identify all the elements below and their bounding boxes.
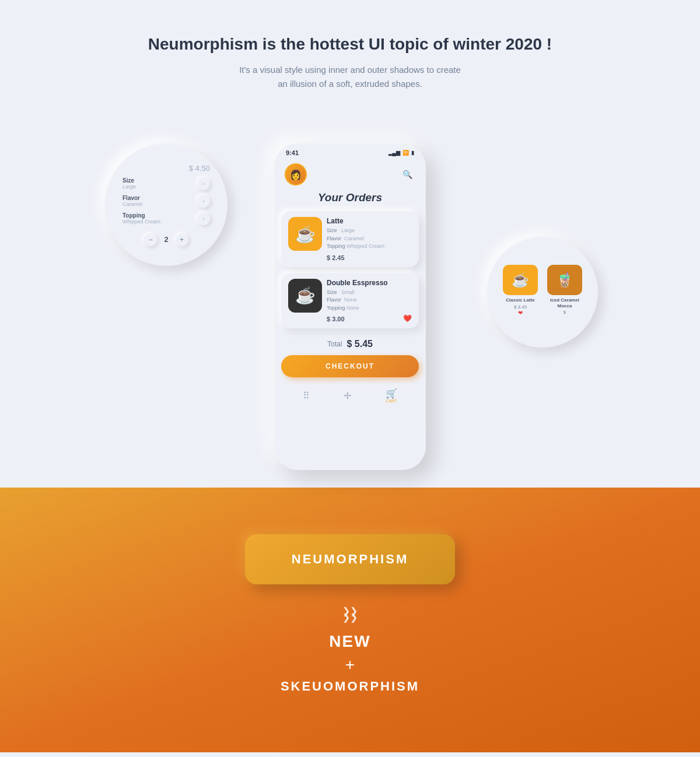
- avatar[interactable]: 👩: [285, 163, 307, 185]
- quantity-increase[interactable]: +: [176, 233, 188, 246]
- nav-home-icon[interactable]: ⠿: [303, 390, 310, 401]
- bottom-icons: ❯❯❯❯ NEW + SKEUOMORPHISM: [281, 608, 419, 694]
- classic-latte-item: ☕ Classic Latte $ 3.45 ❤: [501, 265, 540, 316]
- size-arrow[interactable]: ›: [197, 177, 210, 190]
- bottom-section: NEUMORPHISM ❯❯❯❯ NEW + SKEUOMORPHISM: [0, 488, 700, 752]
- topping-label: Topping: [123, 212, 160, 219]
- orders-title: Your Orders: [274, 191, 426, 204]
- classic-latte-img: ☕: [503, 265, 538, 295]
- bubble-items: ☕ Classic Latte $ 3.45 ❤ 🧋 Iced Caramel …: [501, 265, 584, 316]
- bubble-price: $ 4.50: [189, 164, 210, 173]
- status-time: 9:41: [286, 149, 299, 156]
- iced-caramel-price: $: [564, 310, 566, 315]
- iced-caramel-item: 🧋 Iced Caramel Mocca $: [545, 265, 584, 316]
- latte-image: ☕: [288, 217, 322, 251]
- battery-icon: ▮: [411, 150, 414, 156]
- neumorphism-button[interactable]: NEUMORPHISM: [245, 534, 455, 584]
- chevrons-icon: ❯❯❯❯: [342, 608, 358, 621]
- nav-add-icon[interactable]: ✛: [344, 390, 351, 401]
- flavor-label: Flavor: [123, 195, 142, 201]
- espresso-specs: Size Small Flavor None Topping None: [327, 289, 398, 313]
- espresso-name: Double Esspresso: [327, 279, 398, 287]
- heart-icon[interactable]: ❤️: [403, 314, 412, 323]
- wifi-icon: 🛜: [402, 150, 409, 156]
- latte-price: $ 2.45: [327, 254, 412, 261]
- nav-cart-item[interactable]: 🛒 CART: [386, 388, 397, 403]
- nav-cart-label: CART: [386, 399, 397, 403]
- new-label: NEW: [329, 632, 370, 651]
- total-row: Total $ 5.45: [274, 334, 426, 353]
- iced-caramel-name: Iced Caramel Mocca: [545, 297, 584, 309]
- espresso-price: $ 3.00: [327, 316, 398, 323]
- espresso-image: ☕: [288, 279, 322, 313]
- total-amount: $ 5.45: [346, 339, 372, 349]
- nav-cart-icon: 🛒: [386, 388, 397, 399]
- quantity-row: − 2 +: [144, 233, 188, 246]
- search-icon[interactable]: 🔍: [399, 166, 415, 183]
- latte-details: Latte Size Large Flavor Caramel Topping …: [327, 217, 412, 261]
- subtitle: It's a visual style using inner and oute…: [12, 63, 688, 91]
- status-bar: 9:41 ▂▄▆ 🛜 ▮: [274, 143, 426, 160]
- flavor-value: Caramel: [123, 201, 142, 207]
- skeuomorphism-label: SKEUOMORPHISM: [281, 679, 419, 694]
- size-value: Large: [123, 184, 136, 190]
- topping-arrow[interactable]: ›: [197, 212, 210, 225]
- classic-latte-name: Classic Latte: [506, 297, 534, 303]
- classic-latte-price: $ 3.45: [514, 304, 527, 310]
- checkout-button[interactable]: CHECKOUT: [281, 355, 419, 377]
- topping-value: Whipped Cream: [123, 219, 160, 225]
- total-label: Total: [327, 340, 342, 348]
- quantity-value: 2: [164, 235, 168, 244]
- main-title: Neumorphism is the hottest UI topic of w…: [12, 35, 688, 54]
- classic-latte-heart[interactable]: ❤: [518, 310, 523, 316]
- iced-caramel-img: 🧋: [547, 265, 582, 295]
- latte-name: Latte: [327, 217, 412, 225]
- right-bubble: ☕ Classic Latte $ 3.45 ❤ 🧋 Iced Caramel …: [487, 237, 598, 348]
- app-header: 👩 🔍: [274, 160, 426, 191]
- signal-icon: ▂▄▆: [388, 150, 400, 156]
- left-bubble: $ 4.50 Size Large › Flavor Caramel › Top…: [105, 143, 228, 266]
- espresso-details: Double Esspresso Size Small Flavor None …: [327, 279, 398, 323]
- bubble-topping-row: Topping Whipped Cream ›: [117, 212, 216, 225]
- quantity-decrease[interactable]: −: [144, 233, 157, 246]
- bubble-size-row: Size Large ›: [117, 177, 216, 190]
- neumorphism-label: NEUMORPHISM: [292, 552, 408, 567]
- plus-icon: +: [345, 656, 355, 674]
- status-icons: ▂▄▆ 🛜 ▮: [388, 150, 414, 156]
- order-card-espresso: ☕ Double Esspresso Size Small Flavor Non…: [281, 273, 419, 329]
- latte-specs: Size Large Flavor Caramel Topping Whippe…: [327, 227, 412, 251]
- phone-mockup: 9:41 ▂▄▆ 🛜 ▮ 👩 🔍 Your Orders ☕ Latte: [274, 143, 426, 470]
- phone-inner: 9:41 ▂▄▆ 🛜 ▮ 👩 🔍 Your Orders ☕ Latte: [274, 143, 426, 470]
- size-label: Size: [123, 177, 136, 184]
- order-card-latte: ☕ Latte Size Large Flavor Caramel Toppin…: [281, 211, 419, 267]
- top-section: Neumorphism is the hottest UI topic of w…: [0, 0, 700, 114]
- bubble-flavor-row: Flavor Caramel ›: [117, 195, 216, 208]
- mockup-area: $ 4.50 Size Large › Flavor Caramel › Top…: [0, 126, 700, 488]
- flavor-arrow[interactable]: ›: [197, 195, 210, 208]
- bottom-nav: ⠿ ✛ 🛒 CART: [274, 383, 426, 408]
